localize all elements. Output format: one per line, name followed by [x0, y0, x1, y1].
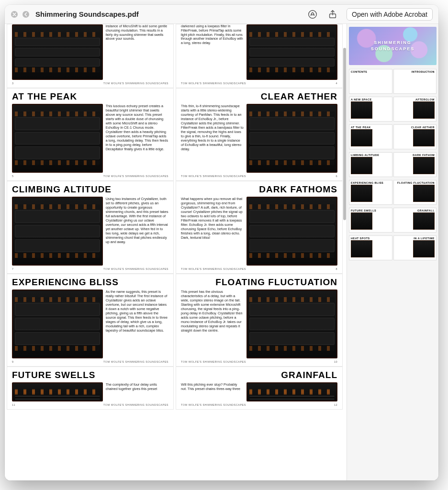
- page-body: The complexity of four delay units chain…: [7, 382, 173, 403]
- thumbnail-title: GRAINFALL: [395, 209, 435, 212]
- cover-thumbnail[interactable]: SHIMMERING SOUNDSCAPES: [349, 27, 437, 65]
- preset-description: The complexity of four delay units chain…: [106, 382, 168, 401]
- document-pane[interactable]: instance of MicroShift to add some gentl…: [5, 24, 347, 480]
- pdf-page[interactable]: DARK FATHOMSWhat happens when you remove…: [176, 181, 343, 274]
- page-number: 3: [12, 82, 14, 87]
- scroll-thumb[interactable]: [343, 48, 346, 220]
- page-footer: 7TOM WOLFE'S SHIMMERING SOUNDSCAPES: [7, 267, 173, 273]
- pdf-page[interactable]: CLEAR AETHERThis thin, lo-fi shimmering …: [176, 88, 343, 181]
- page-body: This luscious echoey preset creates a be…: [7, 104, 173, 175]
- preset-title: FUTURE SWELLS: [12, 370, 96, 380]
- back-icon[interactable]: [22, 11, 30, 18]
- page-thumbnail[interactable]: INTRODUCTION: [393, 69, 437, 94]
- footer-credit: TOM WOLFE'S SHIMMERING SOUNDSCAPES: [181, 82, 246, 87]
- pdf-page[interactable]: darkened using a lowpass filter in Filte…: [176, 24, 343, 88]
- page-footer: 10TOM WOLFE'S SHIMMERING SOUNDSCAPES: [176, 360, 342, 366]
- thumbnail-row: AT THE PEAKCLEAR AETHER: [349, 124, 437, 149]
- thumbnail-title: FUTURE SWELLS: [351, 209, 391, 212]
- page-thumbnail[interactable]: IN A LIFETIME: [393, 235, 437, 260]
- plugin-screenshot: [12, 290, 103, 358]
- spread-row: CLIMBING ALTITUDEUsing two instances of …: [6, 181, 344, 274]
- plugin-screenshot: [12, 382, 103, 401]
- plugin-screenshot: [246, 382, 337, 401]
- page-thumbnail[interactable]: FLOATING FLUCTUATION: [393, 180, 437, 205]
- page-number: 5: [12, 175, 14, 179]
- thumbnail-row: LIMBING ALTITUDEDARK FATHOM: [349, 152, 437, 177]
- page-thumbnail[interactable]: AFTERGLOW: [393, 97, 437, 122]
- preset-description: What happens when you remove all that go…: [181, 197, 244, 266]
- spread-row: instance of MicroShift to add some gentl…: [6, 24, 344, 88]
- pdf-page[interactable]: FLOATING FLUCTUATIONThis preset has the …: [176, 274, 343, 367]
- thumbnail-row: FUTURE SWELLSGRAINFALL: [349, 208, 437, 233]
- page-number: 12: [334, 403, 337, 408]
- preset-title: CLIMBING ALTITUDE: [12, 184, 112, 195]
- preset-title: CLEAR AETHER: [261, 91, 337, 102]
- thumbnail-row: A NEW SPACEAFTERGLOW: [349, 97, 437, 122]
- page-thumbnail[interactable]: CONTENTS: [349, 69, 392, 94]
- preset-title: EXPERIENCING BLISS: [12, 277, 119, 288]
- page-thumbnail[interactable]: LIMBING ALTITUDE: [349, 152, 392, 177]
- thumbnail-title: INTRODUCTION: [395, 70, 435, 73]
- plugin-screenshot: [246, 197, 337, 266]
- page-footer: 4TOM WOLFE'S SHIMMERING SOUNDSCAPES: [176, 82, 342, 88]
- preview-window: Shimmering Soundscapes.pdf Open with Ado…: [5, 5, 438, 480]
- titlebar: Shimmering Soundscapes.pdf Open with Ado…: [5, 5, 438, 24]
- footer-credit: TOM WOLFE'S SHIMMERING SOUNDSCAPES: [103, 82, 168, 87]
- page-footer: 9TOM WOLFE'S SHIMMERING SOUNDSCAPES: [7, 360, 173, 366]
- markup-icon[interactable]: [307, 9, 318, 20]
- page-body: Will this pitching ever stop? Probably n…: [176, 382, 342, 403]
- page-thumbnail[interactable]: FUTURE SWELLS: [349, 208, 392, 233]
- page-thumbnail[interactable]: A NEW SPACE: [349, 97, 392, 122]
- preset-title: AT THE PEAK: [12, 91, 77, 102]
- footer-credit: TOM WOLFE'S SHIMMERING SOUNDSCAPES: [103, 175, 168, 179]
- page-body: Using two instances of Crystallizer, bot…: [7, 197, 173, 267]
- page-thumbnail[interactable]: DARK FATHOM: [393, 152, 437, 177]
- page-number: 11: [12, 403, 15, 408]
- page-thumbnail[interactable]: AT THE PEAK: [349, 124, 392, 149]
- page-footer: 8TOM WOLFE'S SHIMMERING SOUNDSCAPES: [176, 267, 342, 273]
- vertical-scrollbar[interactable]: [343, 24, 346, 480]
- pdf-page[interactable]: AT THE PEAKThis luscious echoey preset c…: [7, 88, 174, 181]
- thumbnail-row: EXPERIENCING BLISSFLOATING FLUCTUATION: [349, 180, 437, 205]
- preset-description: Using two instances of Crystallizer, bot…: [106, 197, 168, 266]
- pdf-page[interactable]: EXPERIENCING BLISSAs the name suggests, …: [7, 274, 174, 367]
- page-number: 10: [334, 360, 337, 365]
- close-icon[interactable]: [11, 11, 18, 18]
- preset-description: instance of MicroShift to add some gentl…: [106, 24, 168, 80]
- page-thumbnail[interactable]: GRAINFALL: [393, 208, 437, 233]
- page-thumbnail[interactable]: EXPERIENCING BLISS: [349, 180, 392, 205]
- spread-row: AT THE PEAKThis luscious echoey preset c…: [6, 88, 344, 181]
- page-number: 6: [336, 175, 337, 179]
- page-thumbnail[interactable]: HEAT SPOTS: [349, 235, 392, 260]
- preset-description: Will this pitching ever stop? Probably n…: [181, 382, 244, 401]
- pdf-page[interactable]: CLIMBING ALTITUDEUsing two instances of …: [7, 181, 174, 274]
- thumbnail-title: CONTENTS: [351, 70, 391, 73]
- thumbnail-sidebar[interactable]: SHIMMERING SOUNDSCAPES CONTENTSINTRODUCT…: [347, 24, 438, 480]
- page-body: instance of MicroShift to add some gentl…: [7, 24, 173, 82]
- thumbnail-title: IN A LIFETIME: [395, 237, 435, 240]
- window-title: Shimmering Soundscapes.pdf: [35, 10, 139, 18]
- thumbnail-title: HEAT SPOTS: [351, 237, 391, 240]
- footer-credit: TOM WOLFE'S SHIMMERING SOUNDSCAPES: [181, 403, 246, 408]
- pdf-page[interactable]: instance of MicroShift to add some gentl…: [7, 24, 174, 88]
- preset-description: This thin, lo-fi shimmering soundscape s…: [181, 104, 244, 173]
- pdf-page[interactable]: GRAINFALLWill this pitching ever stop? P…: [176, 367, 343, 410]
- footer-credit: TOM WOLFE'S SHIMMERING SOUNDSCAPES: [103, 360, 168, 365]
- share-icon[interactable]: [327, 9, 338, 20]
- plugin-screenshot: [246, 104, 337, 173]
- pdf-page[interactable]: FUTURE SWELLSThe complexity of four dela…: [7, 367, 174, 410]
- thumbnail-title: A NEW SPACE: [351, 98, 391, 101]
- cover-title: SHIMMERING SOUNDSCAPES: [371, 40, 415, 52]
- page-thumbnail[interactable]: CLEAR AETHER: [393, 124, 437, 149]
- open-with-button[interactable]: Open with Adobe Acrobat: [347, 8, 433, 21]
- svg-point-1: [22, 11, 29, 18]
- footer-credit: TOM WOLFE'S SHIMMERING SOUNDSCAPES: [181, 267, 246, 272]
- footer-credit: TOM WOLFE'S SHIMMERING SOUNDSCAPES: [181, 360, 246, 365]
- thumbnail-title: AT THE PEAK: [351, 126, 391, 129]
- page-footer: 12TOM WOLFE'S SHIMMERING SOUNDSCAPES: [176, 403, 342, 409]
- page-number: 4: [336, 82, 337, 87]
- page-body: This preset has the obvious characterist…: [176, 290, 342, 360]
- thumbnail-title: EXPERIENCING BLISS: [351, 181, 391, 184]
- plugin-screenshot: [246, 24, 337, 80]
- page-body: This thin, lo-fi shimmering soundscape s…: [176, 104, 342, 175]
